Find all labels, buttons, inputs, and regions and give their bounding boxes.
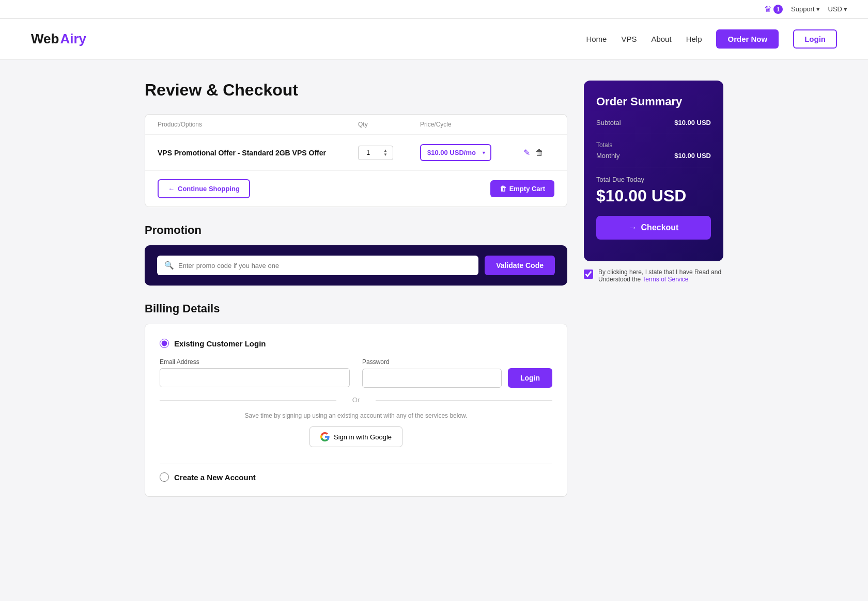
subtotal-value: $10.00 USD: [674, 119, 711, 126]
price-cycle-wrap: $10.00 USD/mo: [420, 144, 491, 161]
table-row: VPS Promotional Offer - Standard 2GB VPS…: [145, 135, 567, 171]
continue-shopping-button[interactable]: ← Continue Shopping: [158, 179, 250, 198]
trash-icon: 🗑: [500, 185, 506, 193]
cart-footer: ← Continue Shopping 🗑 Empty Cart: [145, 171, 567, 207]
billing-title: Billing Details: [145, 302, 567, 315]
nav-links: Home VPS About Help Order Now Login: [586, 29, 837, 49]
col-price-header: Price/Cycle: [420, 121, 523, 128]
qty-down-button[interactable]: ▼: [382, 153, 389, 157]
cart-icon-area[interactable]: ♛ 1: [764, 4, 783, 14]
monthly-row: Monthly $10.00 USD: [596, 152, 711, 160]
topbar: ♛ 1 Support ▾ USD ▾: [0, 0, 868, 19]
or-divider: Or: [160, 396, 552, 404]
item-actions: ✎ 🗑: [523, 148, 554, 157]
main-column: Review & Checkout Product/Options Qty Pr…: [145, 81, 567, 497]
cart-card: Product/Options Qty Price/Cycle VPS Prom…: [145, 114, 567, 207]
email-field-wrap: Email Address: [160, 358, 350, 388]
sign-in-google-button[interactable]: Sign in with Google: [309, 426, 402, 447]
page-title: Review & Checkout: [145, 81, 567, 100]
email-input[interactable]: [160, 368, 350, 387]
google-button-label: Sign in with Google: [334, 433, 392, 441]
checkout-arrow-icon: →: [629, 223, 637, 232]
password-login-row: Login: [362, 368, 552, 388]
cart-table-header: Product/Options Qty Price/Cycle: [145, 115, 567, 135]
qty-field[interactable]: 1 ▲ ▼: [358, 146, 393, 160]
support-label: Support: [791, 5, 815, 13]
side-column: Order Summary Subtotal $10.00 USD Totals…: [584, 81, 723, 497]
password-field-wrap: Password Login: [362, 358, 552, 388]
subtotal-label: Subtotal: [596, 119, 621, 126]
support-chevron-icon: ▾: [816, 5, 820, 13]
crown-icon: ♛: [764, 4, 771, 14]
price-select-wrap: $10.00 USD/mo: [420, 144, 523, 161]
promo-code-input[interactable]: [178, 262, 471, 270]
empty-cart-button[interactable]: 🗑 Empty Cart: [490, 180, 554, 197]
usd-label: USD: [828, 5, 842, 13]
checkout-label: Checkout: [641, 223, 679, 232]
email-label: Email Address: [160, 358, 350, 366]
tos-link[interactable]: Terms of Service: [642, 276, 688, 283]
continue-shopping-label: Continue Shopping: [178, 185, 240, 193]
support-dropdown[interactable]: Support ▾: [791, 5, 820, 13]
social-hint: Save time by signing up using an existin…: [160, 412, 552, 419]
usd-chevron-icon: ▾: [844, 5, 847, 13]
new-account-label: Create a New Account: [174, 473, 256, 482]
edit-icon[interactable]: ✎: [523, 148, 530, 157]
price-cycle-select[interactable]: $10.00 USD/mo: [420, 144, 491, 161]
total-due-amount: $10.00 USD: [596, 186, 711, 205]
order-now-button[interactable]: Order Now: [716, 29, 779, 49]
back-icon: ←: [168, 185, 175, 193]
google-button-wrap: Sign in with Google: [160, 426, 552, 455]
qty-input-wrap: 1 ▲ ▼: [358, 146, 420, 160]
validate-code-button[interactable]: Validate Code: [485, 256, 555, 275]
delete-icon[interactable]: 🗑: [535, 148, 544, 157]
col-qty-header: Qty: [358, 121, 420, 128]
qty-number-input[interactable]: 1: [363, 149, 381, 156]
monthly-value: $10.00 USD: [674, 152, 711, 160]
nav-about[interactable]: About: [651, 35, 671, 43]
totals-label: Totals: [596, 141, 711, 149]
new-account-radio[interactable]: [160, 472, 169, 482]
promotion-title: Promotion: [145, 224, 567, 237]
usd-dropdown[interactable]: USD ▾: [828, 5, 847, 13]
email-login-row: [160, 368, 350, 387]
nav-vps[interactable]: VPS: [621, 35, 637, 43]
monthly-label: Monthly: [596, 152, 620, 160]
tos-checkbox[interactable]: [584, 270, 593, 279]
total-due-label: Total Due Today: [596, 176, 711, 183]
existing-customer-label: Existing Customer Login: [174, 339, 266, 348]
product-name: VPS Promotional Offer - Standard 2GB VPS…: [158, 149, 358, 157]
billing-card: Existing Customer Login Email Address Pa…: [145, 324, 567, 497]
existing-customer-option[interactable]: Existing Customer Login: [160, 339, 552, 348]
existing-customer-radio[interactable]: [160, 339, 169, 348]
empty-cart-label: Empty Cart: [509, 185, 545, 193]
google-icon: [320, 432, 330, 441]
subtotal-row: Subtotal $10.00 USD: [596, 119, 711, 126]
password-label: Password: [362, 358, 552, 366]
nav-help[interactable]: Help: [686, 35, 702, 43]
new-account-option[interactable]: Create a New Account: [160, 472, 552, 482]
password-input[interactable]: [362, 369, 502, 388]
login-nav-button[interactable]: Login: [793, 29, 837, 49]
login-button[interactable]: Login: [508, 368, 552, 388]
promo-card: 🔍 Validate Code: [145, 245, 567, 286]
logo-web-text: Web: [31, 31, 59, 47]
logo: WebAiry: [31, 31, 86, 47]
tos-row: By clicking here, I state that I have Re…: [584, 268, 723, 283]
order-summary-card: Order Summary Subtotal $10.00 USD Totals…: [584, 81, 723, 261]
logo-airy-text: Airy: [60, 31, 86, 47]
tos-text-wrap: By clicking here, I state that I have Re…: [598, 268, 723, 283]
summary-divider-2: [596, 167, 711, 167]
billing-fields: Email Address Password Login: [160, 358, 552, 388]
cart-badge: 1: [773, 5, 783, 14]
col-product-header: Product/Options: [158, 121, 358, 128]
checkout-button[interactable]: → Checkout: [596, 216, 711, 240]
navbar: WebAiry Home VPS About Help Order Now Lo…: [0, 19, 868, 60]
or-label: Or: [352, 396, 360, 404]
summary-divider-1: [596, 134, 711, 134]
qty-spin-buttons: ▲ ▼: [382, 149, 389, 157]
search-icon: 🔍: [164, 261, 174, 270]
nav-home[interactable]: Home: [586, 35, 607, 43]
page-content: Review & Checkout Product/Options Qty Pr…: [124, 60, 744, 528]
promo-input-wrap: 🔍: [157, 256, 478, 275]
